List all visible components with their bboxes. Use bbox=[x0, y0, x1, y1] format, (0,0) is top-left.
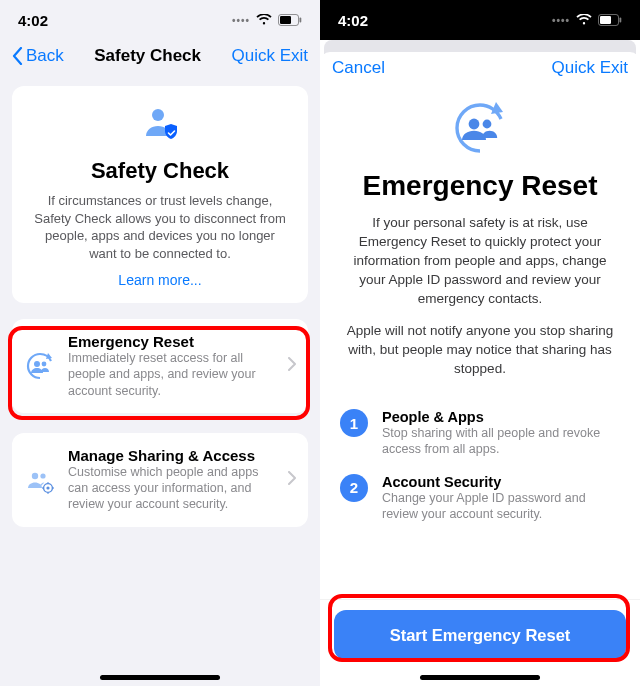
wifi-icon bbox=[576, 14, 592, 26]
start-emergency-reset-button[interactable]: Start Emergency Reset bbox=[334, 610, 626, 660]
reset-people-icon bbox=[448, 96, 512, 160]
cancel-button[interactable]: Cancel bbox=[332, 58, 385, 78]
status-indicators: •••• bbox=[232, 14, 302, 26]
svg-rect-1 bbox=[280, 16, 291, 24]
steps-list: 1 People & Apps Stop sharing with all pe… bbox=[340, 409, 620, 522]
svg-point-9 bbox=[46, 486, 49, 489]
learn-more-link[interactable]: Learn more... bbox=[118, 272, 201, 288]
chevron-right-icon bbox=[288, 471, 296, 489]
status-time: 4:02 bbox=[338, 12, 368, 29]
page-desc-1: If your personal safety is at risk, use … bbox=[320, 214, 640, 308]
step-title: People & Apps bbox=[382, 409, 620, 425]
manage-sharing-title: Manage Sharing & Access bbox=[68, 447, 276, 464]
battery-icon bbox=[278, 14, 302, 26]
intro-title: Safety Check bbox=[30, 158, 290, 184]
safety-check-intro-card: Safety Check If circumstances or trust l… bbox=[12, 86, 308, 303]
back-label: Back bbox=[26, 46, 64, 66]
manage-sharing-row[interactable]: Manage Sharing & Access Customise which … bbox=[12, 433, 308, 527]
status-bar: 4:02 •••• bbox=[0, 0, 320, 40]
step-item: 2 Account Security Change your Apple ID … bbox=[340, 474, 620, 523]
svg-point-18 bbox=[483, 120, 492, 129]
svg-point-7 bbox=[40, 473, 45, 478]
svg-rect-2 bbox=[300, 18, 302, 23]
intro-desc: If circumstances or trust levels change,… bbox=[30, 192, 290, 262]
emergency-reset-screen: 4:02 •••• Cancel Quick Exit bbox=[320, 0, 640, 686]
svg-point-5 bbox=[42, 362, 47, 367]
svg-rect-16 bbox=[620, 18, 622, 23]
reset-people-icon bbox=[24, 350, 56, 382]
svg-point-4 bbox=[34, 361, 40, 367]
status-bar: 4:02 •••• bbox=[320, 0, 640, 40]
page-desc-2: Apple will not notify anyone you stop sh… bbox=[320, 322, 640, 379]
step-number: 2 bbox=[340, 474, 368, 502]
step-item: 1 People & Apps Stop sharing with all pe… bbox=[340, 409, 620, 458]
emergency-reset-desc: Immediately reset access for all people … bbox=[68, 350, 276, 399]
home-indicator[interactable] bbox=[100, 675, 220, 680]
people-gear-icon bbox=[24, 464, 56, 496]
step-desc: Change your Apple ID password and review… bbox=[382, 490, 620, 523]
bottom-bar: Start Emergency Reset bbox=[320, 599, 640, 686]
nav-title: Safety Check bbox=[94, 46, 201, 66]
status-time: 4:02 bbox=[18, 12, 48, 29]
wifi-icon bbox=[256, 14, 272, 26]
sheet-nav: Cancel Quick Exit bbox=[320, 52, 640, 88]
chevron-right-icon bbox=[288, 357, 296, 375]
back-button[interactable]: Back bbox=[12, 46, 64, 66]
step-title: Account Security bbox=[382, 474, 620, 490]
quick-exit-button[interactable]: Quick Exit bbox=[551, 58, 628, 78]
svg-point-6 bbox=[32, 473, 38, 479]
person-shield-icon bbox=[140, 104, 180, 144]
cell-dots-icon: •••• bbox=[552, 15, 570, 26]
step-desc: Stop sharing with all people and revoke … bbox=[382, 425, 620, 458]
page-title: Emergency Reset bbox=[340, 170, 620, 202]
chevron-left-icon bbox=[12, 47, 24, 65]
quick-exit-button[interactable]: Quick Exit bbox=[231, 46, 308, 66]
manage-sharing-desc: Customise which people and apps can acce… bbox=[68, 464, 276, 513]
svg-point-17 bbox=[469, 119, 480, 130]
nav-bar: Back Safety Check Quick Exit bbox=[0, 40, 320, 76]
svg-point-3 bbox=[152, 109, 164, 121]
safety-check-screen: 4:02 •••• Back Safety Check Quick Exit bbox=[0, 0, 320, 686]
home-indicator[interactable] bbox=[420, 675, 540, 680]
step-number: 1 bbox=[340, 409, 368, 437]
status-indicators: •••• bbox=[552, 14, 622, 26]
battery-icon bbox=[598, 14, 622, 26]
svg-rect-15 bbox=[600, 16, 611, 24]
cell-dots-icon: •••• bbox=[232, 15, 250, 26]
emergency-reset-title: Emergency Reset bbox=[68, 333, 276, 350]
emergency-reset-row[interactable]: Emergency Reset Immediately reset access… bbox=[12, 319, 308, 413]
